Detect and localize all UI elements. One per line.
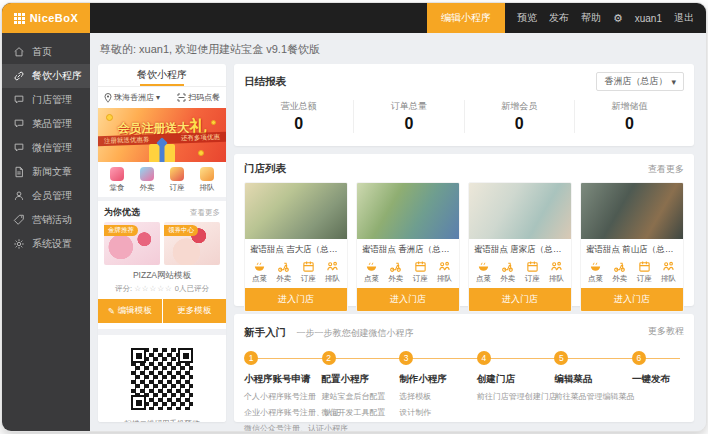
preview-tab-title: 餐饮小程序 <box>137 68 187 82</box>
people-icon <box>326 260 339 273</box>
store-list-view-more[interactable]: 查看更多 <box>648 163 684 176</box>
sidebar-item-member-management[interactable]: 会员管理 <box>2 184 90 208</box>
sidebar-item-restaurant-miniprogram[interactable]: 餐饮小程序 <box>2 64 90 88</box>
feature-order-dishes: 点菜 <box>364 260 379 284</box>
username-link[interactable]: xuan1 <box>635 13 662 24</box>
more-tutorials-link[interactable]: 更多教程 <box>648 325 684 338</box>
edit-pencil-icon: ✎ <box>108 306 115 316</box>
product-tag: 金牌推荐 <box>104 225 138 236</box>
sidebar-item-marketing-activities[interactable]: 营销活动 <box>2 208 90 232</box>
featured-view-more[interactable]: 查看更多 <box>190 208 220 218</box>
people-icon <box>662 260 675 273</box>
scan-qr-icon <box>177 93 186 102</box>
sidebar-item-wechat-management[interactable]: 微信管理 <box>2 136 90 160</box>
settings-gear-icon[interactable]: ⚙ <box>613 12 623 25</box>
people-icon <box>438 260 451 273</box>
sidebar-item-news-articles[interactable]: 新闻文章 <box>2 160 90 184</box>
edit-template-button[interactable]: ✎ 编辑模板 <box>98 299 162 323</box>
guide-step-1: 1 小程序账号申请 个人小程序账号注册 企业小程序账号注册、认证 微信公众号注册… <box>244 351 322 432</box>
tag-icon <box>13 214 25 226</box>
store-photo <box>469 183 571 239</box>
stat-new-members: 新增会员 0 <box>464 100 574 133</box>
store-location-selector[interactable]: 珠海香洲店 ▾ <box>104 92 160 103</box>
takeout-icon <box>140 167 154 181</box>
enter-store-button[interactable]: 进入门店 <box>581 288 683 311</box>
enter-store-button[interactable]: 进入门店 <box>245 288 347 311</box>
getting-started-card: 新手入门 一步一步教您创建微信小程序 更多教程 1 小程序账号申请 <box>234 314 694 422</box>
help-link[interactable]: 帮助 <box>581 11 601 25</box>
featured-product[interactable]: 领券中心 <box>164 222 220 265</box>
product-tag: 领券中心 <box>164 225 198 236</box>
sidebar-item-home[interactable]: 首页 <box>2 40 90 64</box>
edit-miniprogram-button[interactable]: 编辑小程序 <box>427 3 505 33</box>
report-stats: 营业总额 0 订单总量 0 新增会员 0 <box>244 100 684 133</box>
publish-link[interactable]: 发布 <box>549 11 569 25</box>
logout-link[interactable]: 退出 <box>674 11 694 25</box>
feature-order-dishes: 点菜 <box>252 260 267 284</box>
dine-in-icon <box>110 167 124 181</box>
guide-step-6: 6 一键发布 <box>632 351 684 432</box>
more-templates-button[interactable]: 更多模板 <box>163 299 227 323</box>
category-queue[interactable]: 排队 <box>200 167 215 193</box>
category-takeout[interactable]: 外卖 <box>140 167 155 193</box>
guide-steps: 1 小程序账号申请 个人小程序账号注册 企业小程序账号注册、认证 微信公众号注册… <box>244 351 684 432</box>
topbar-spacer <box>90 3 427 33</box>
sidebar-item-system-settings[interactable]: 系统设置 <box>2 232 90 256</box>
guide-title: 新手入门 <box>244 326 286 338</box>
home-icon <box>13 46 25 58</box>
preview-link[interactable]: 预览 <box>517 11 537 25</box>
people-icon <box>550 260 563 273</box>
scooter-icon <box>501 260 514 273</box>
document-icon <box>13 166 25 178</box>
coin-icon <box>198 150 204 156</box>
category-reservation[interactable]: 订座 <box>170 167 185 193</box>
logo-text: NiceBoX <box>30 12 79 24</box>
guide-step-3: 3 制作小程序 选择模板 设计制作 <box>399 351 477 432</box>
sidebar: 首页 餐饮小程序 门店管理 菜品管理 微信管理 新闻文章 <box>2 33 90 431</box>
reservation-icon <box>170 167 184 181</box>
enter-store-button[interactable]: 进入门店 <box>469 288 571 311</box>
guide-subtitle: 一步一步教您创建微信小程序 <box>296 328 413 338</box>
store-filter-dropdown[interactable]: 香洲店（总店） ▾ <box>596 72 684 91</box>
calendar-icon <box>302 260 315 273</box>
feature-takeout: 外卖 <box>388 260 403 284</box>
category-nav: 堂食 外卖 订座 排队 <box>98 162 226 197</box>
miniprogram-preview-panel: 餐饮小程序 珠海香洲店 ▾ 扫码点餐 <box>98 64 226 422</box>
store-card: 蜜语甜点 唐家店（总店） 点菜 外卖 订座 排队 进入门店 <box>468 182 572 312</box>
scan-order-button[interactable]: 扫码点餐 <box>177 92 220 103</box>
sidebar-item-dish-management[interactable]: 菜品管理 <box>2 112 90 136</box>
gift-box-icon <box>149 144 175 162</box>
template-rating: 评分: ☆☆☆☆☆ 0人已评分 <box>98 284 226 294</box>
main-content: 尊敬的: xuan1, 欢迎使用建站宝盒 v9.1餐饮版 餐饮小程序 珠海香洲店… <box>90 33 706 431</box>
report-title: 日结报表 <box>244 75 286 89</box>
feature-reservation: 订座 <box>413 260 428 284</box>
stat-total-orders: 订单总量 0 <box>353 100 463 133</box>
feature-reservation: 订座 <box>301 260 316 284</box>
app-window: NiceBoX 编辑小程序 预览 发布 帮助 ⚙ xuan1 退出 首页 餐饮小… <box>1 2 707 432</box>
store-photo <box>245 183 347 239</box>
feature-queue: 排队 <box>549 260 564 284</box>
guide-step-5: 5 编辑菜品 前往菜品管理编辑菜品 <box>554 351 632 432</box>
bowl-icon <box>365 260 378 273</box>
chat-bubble-icon <box>13 118 25 130</box>
topbar: NiceBoX 编辑小程序 预览 发布 帮助 ⚙ xuan1 退出 <box>2 3 706 33</box>
feature-queue: 排队 <box>325 260 340 284</box>
feature-reservation: 订座 <box>637 260 652 284</box>
calendar-icon <box>414 260 427 273</box>
store-list-card: 门店列表 查看更多 蜜语甜点 吉大店（总店） 点菜 外卖 订座 <box>234 154 694 306</box>
scooter-icon <box>389 260 402 273</box>
template-name: PIZZA网站模板 <box>98 270 226 282</box>
feature-reservation: 订座 <box>525 260 540 284</box>
calendar-icon <box>638 260 651 273</box>
sidebar-item-store-management[interactable]: 门店管理 <box>2 88 90 112</box>
chevron-down-icon: ▾ <box>156 93 160 102</box>
rating-stars: ☆☆☆☆☆ <box>134 284 173 293</box>
category-dine-in[interactable]: 堂食 <box>110 167 125 193</box>
guide-step-4: 4 创建门店 前往门店管理创建门店 <box>477 351 555 432</box>
qr-caption: 扫描二维码用手机预览 <box>125 419 200 422</box>
store-photo <box>581 183 683 239</box>
enter-store-button[interactable]: 进入门店 <box>357 288 459 311</box>
bowl-icon <box>477 260 490 273</box>
featured-product[interactable]: 金牌推荐 <box>104 222 160 265</box>
store-card: 蜜语甜点 前山店（总店） 点菜 外卖 订座 排队 进入门店 <box>580 182 684 312</box>
